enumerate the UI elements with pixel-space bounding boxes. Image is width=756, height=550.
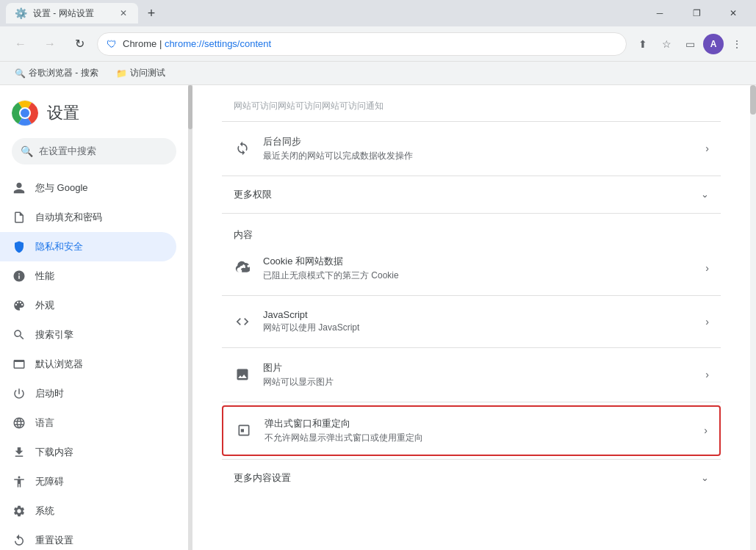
sync-icon-wrap [234,140,251,157]
main-content: 设置 🔍 在设置中搜索 您与 Google 自动填充和密码 隐私和安全 [0,85,756,550]
tab-close-button[interactable]: ✕ [118,7,129,19]
toolbar-actions: ⬆ ☆ ▭ A ⋮ [633,34,747,54]
person-icon [12,181,26,195]
popups-chevron: › [704,424,708,436]
javascript-subtitle: 网站可以使用 JavaScript [263,322,694,334]
accessibility-icon [12,474,26,489]
forward-button[interactable]: → [38,32,62,56]
cast-button[interactable]: ▭ [680,34,700,54]
sidebar-label-privacy: 隐私和安全 [35,240,83,253]
sidebar-item-reset[interactable]: 重置设置 [0,526,176,550]
sidebar-item-search[interactable]: 搜索引擎 [0,320,176,350]
sidebar-scrollbar [188,85,192,550]
content-scrollbar [750,85,756,550]
search-icon: 🔍 [21,145,33,157]
more-permissions-label: 更多权限 [234,188,272,201]
bookmark-search-icon: 🔍 [15,68,26,79]
bookmarks-bar: 🔍 谷歌浏览器 - 搜索 📁 访问测试 [0,62,756,85]
setting-item-images[interactable]: 图片 网站可以显示图片 › [222,351,721,399]
sidebar-item-privacy[interactable]: 隐私和安全 [0,232,176,261]
bookmark-search[interactable]: 🔍 谷歌浏览器 - 搜索 [9,64,104,82]
sync-title: 后台同步 [263,135,694,148]
javascript-text: JavaScript 网站可以使用 JavaScript [263,309,694,334]
popups-icon-wrap [235,421,253,439]
appearance-icon [12,298,26,313]
popups-title: 弹出式窗口和重定向 [264,417,692,430]
divider-3 [222,213,721,214]
setting-item-background-sync[interactable]: 后台同步 最近关闭的网站可以完成数据收发操作 › [222,125,721,173]
more-content-section[interactable]: 更多内容设置 ⌄ [222,463,721,493]
bookmark-folder-icon: 📁 [116,68,127,79]
address-bar[interactable]: 🛡 Chrome | chrome://settings/content [97,32,627,56]
cookies-title: Cookie 和网站数据 [263,255,694,268]
bookmark-test[interactable]: 📁 访问测试 [110,64,171,82]
sidebar-item-language[interactable]: 语言 [0,408,176,438]
bookmark-button[interactable]: ☆ [656,34,677,54]
sync-chevron: › [705,142,709,154]
sidebar-item-system[interactable]: 系统 [0,496,176,526]
sidebar-item-download[interactable]: 下载内容 [0,438,176,467]
more-permissions-section[interactable]: 更多权限 ⌄ [222,179,721,210]
new-tab-button[interactable]: + [141,3,162,23]
sidebar-label-download: 下载内容 [35,446,73,459]
performance-icon [12,269,26,283]
sidebar-item-appearance[interactable]: 外观 [0,291,176,320]
sidebar-label-language: 语言 [35,416,54,430]
search-placeholder: 在设置中搜索 [39,145,96,158]
share-button[interactable]: ⬆ [633,34,653,54]
faded-top-item: 网站可访问网站可访问网站可访问通知 [222,97,721,118]
cookies-subtitle: 已阻止无痕模式下的第三方 Cookie [263,269,694,282]
back-button[interactable]: ← [9,32,32,56]
cookies-chevron: › [705,262,709,274]
bookmark-test-label: 访问测试 [130,67,165,79]
sidebar-label-reset: 重置设置 [35,534,73,547]
maximize-button[interactable]: ❐ [680,1,713,25]
divider-2 [222,176,721,176]
menu-button[interactable]: ⋮ [727,34,747,54]
images-title: 图片 [263,361,694,374]
images-icon-wrap [234,366,251,383]
setting-item-popups[interactable]: 弹出式窗口和重定向 不允许网站显示弹出式窗口或使用重定向 › [222,405,721,456]
autofill-icon [12,210,26,225]
system-icon [12,504,26,518]
reload-button[interactable]: ↻ [68,32,91,56]
setting-item-javascript[interactable]: JavaScript 网站可以使用 JavaScript › [222,299,721,344]
sidebar-item-google[interactable]: 您与 Google [0,173,176,203]
window-controls: ─ ❐ ✕ [643,1,750,25]
shield-icon [12,239,26,254]
minimize-button[interactable]: ─ [643,1,677,25]
more-content-label: 更多内容设置 [234,471,291,485]
sidebar-label-system: 系统 [35,504,54,518]
startup-icon [12,386,26,401]
sidebar-label-performance: 性能 [35,269,54,283]
setting-item-cookies[interactable]: Cookie 和网站数据 已阻止无痕模式下的第三方 Cookie › [222,245,721,292]
tab-favicon: ⚙️ [15,7,27,19]
popups-text: 弹出式窗口和重定向 不允许网站显示弹出式窗口或使用重定向 [264,417,692,444]
javascript-icon-wrap [234,313,251,330]
url-separator: | [159,38,165,49]
url-chrome-label: Chrome [123,38,156,49]
sidebar-item-accessibility[interactable]: 无障碍 [0,467,176,496]
sidebar-item-autofill[interactable]: 自动填充和密码 [0,203,176,232]
settings-content: 网站可访问网站可访问网站可访问通知 后台同步 最近关闭的网站可以完成数据收发操作… [192,85,750,550]
download-icon [12,445,26,460]
active-tab[interactable]: ⚙️ 设置 - 网站设置 ✕ [6,3,138,23]
sidebar-item-startup[interactable]: 启动时 [0,379,176,408]
cookies-text: Cookie 和网站数据 已阻止无痕模式下的第三方 Cookie [263,255,694,282]
profile-button[interactable]: A [703,34,724,54]
url-display: Chrome | chrome://settings/content [123,38,617,49]
close-button[interactable]: ✕ [716,1,750,25]
tab-title: 设置 - 网站设置 [33,7,94,20]
svg-point-2 [21,109,29,117]
settings-search-box[interactable]: 🔍 在设置中搜索 [12,138,176,164]
content-section-label: 内容 [222,217,721,245]
divider-5 [222,347,721,348]
reset-icon [12,533,26,548]
sidebar-item-browser[interactable]: 默认浏览器 [0,350,176,379]
content-scrollbar-thumb[interactable] [750,85,756,115]
sidebar-scrollbar-thumb[interactable] [188,85,192,129]
sidebar-item-performance[interactable]: 性能 [0,261,176,291]
settings-sidebar: 设置 🔍 在设置中搜索 您与 Google 自动填充和密码 隐私和安全 [0,85,188,550]
sidebar-label-startup: 启动时 [35,387,64,400]
sidebar-label-appearance: 外观 [35,299,54,312]
